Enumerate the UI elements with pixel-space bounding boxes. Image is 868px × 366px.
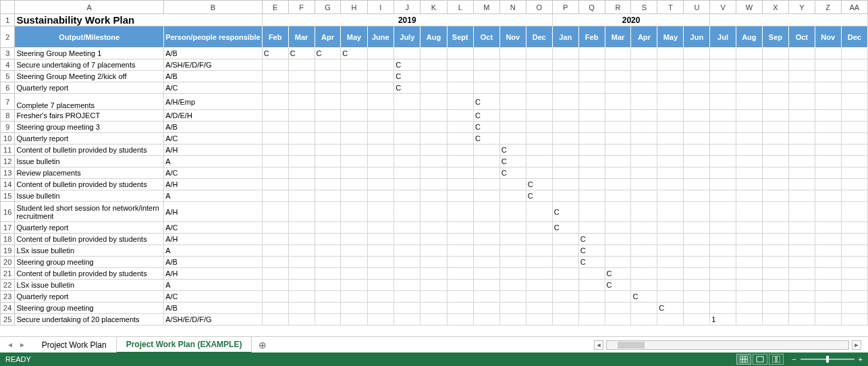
month-cell[interactable] bbox=[474, 145, 500, 156]
row-header[interactable]: 23 bbox=[1, 291, 15, 303]
month-cell[interactable] bbox=[736, 190, 762, 202]
month-cell[interactable] bbox=[815, 82, 841, 94]
month-cell[interactable] bbox=[684, 291, 710, 303]
month-cell[interactable] bbox=[474, 245, 500, 257]
month-cell[interactable] bbox=[315, 303, 341, 314]
month-cell[interactable]: C bbox=[262, 48, 288, 59]
month-cell[interactable] bbox=[474, 48, 500, 59]
month-cell[interactable] bbox=[341, 314, 367, 325]
month-cell[interactable] bbox=[815, 94, 841, 110]
person-cell[interactable]: A/SH/E/D/F/G bbox=[164, 59, 263, 71]
month-cell[interactable] bbox=[367, 59, 394, 71]
row-header[interactable]: 25 bbox=[1, 314, 15, 325]
output-cell[interactable]: Complete 7 placements bbox=[15, 94, 164, 110]
month-cell[interactable] bbox=[762, 314, 788, 325]
month-cell[interactable] bbox=[526, 167, 552, 179]
month-cell[interactable] bbox=[499, 234, 526, 245]
spreadsheet-grid[interactable]: ABEFGHIJKLMNOPQRSTUVWXYZAA 1 Sustainabil… bbox=[0, 0, 868, 336]
month-cell[interactable] bbox=[736, 268, 762, 280]
month-cell[interactable] bbox=[841, 303, 867, 314]
month-cell[interactable] bbox=[367, 190, 394, 202]
month-cell[interactable] bbox=[657, 268, 684, 280]
month-cell[interactable] bbox=[315, 234, 341, 245]
month-cell[interactable] bbox=[684, 167, 710, 179]
person-cell[interactable]: A/H/Emp bbox=[164, 94, 263, 110]
month-cell[interactable] bbox=[552, 167, 578, 179]
month-cell[interactable] bbox=[474, 190, 500, 202]
month-cell[interactable] bbox=[341, 257, 367, 268]
month-cell[interactable] bbox=[288, 190, 315, 202]
month-cell[interactable] bbox=[736, 257, 762, 268]
month-cell[interactable] bbox=[710, 82, 736, 94]
month-cell[interactable] bbox=[262, 234, 288, 245]
month-cell[interactable] bbox=[815, 122, 841, 133]
column-header[interactable]: N bbox=[499, 1, 526, 14]
month-cell[interactable] bbox=[421, 314, 447, 325]
month-cell[interactable] bbox=[788, 156, 815, 167]
month-cell[interactable] bbox=[421, 167, 447, 179]
month-cell[interactable] bbox=[736, 110, 762, 122]
month-cell[interactable] bbox=[315, 59, 341, 71]
row-header[interactable]: 4 bbox=[1, 59, 15, 71]
month-cell[interactable] bbox=[788, 59, 815, 71]
tab-nav-first[interactable]: ◄ bbox=[7, 341, 13, 348]
month-cell[interactable] bbox=[578, 82, 605, 94]
month-cell[interactable] bbox=[288, 303, 315, 314]
month-cell[interactable] bbox=[315, 222, 341, 234]
month-cell[interactable] bbox=[447, 167, 473, 179]
month-cell[interactable] bbox=[526, 59, 552, 71]
output-cell[interactable]: Content of bulletin provided by students bbox=[15, 268, 164, 280]
month-cell[interactable] bbox=[262, 222, 288, 234]
month-cell[interactable] bbox=[815, 268, 841, 280]
month-cell[interactable] bbox=[394, 202, 421, 222]
month-cell[interactable] bbox=[526, 257, 552, 268]
month-cell[interactable] bbox=[367, 303, 394, 314]
month-cell[interactable] bbox=[631, 94, 657, 110]
month-cell[interactable] bbox=[552, 280, 578, 291]
month-cell[interactable] bbox=[262, 59, 288, 71]
month-cell[interactable]: C bbox=[394, 82, 421, 94]
month-cell[interactable] bbox=[762, 82, 788, 94]
sheet-tab-2[interactable]: Project Work Plan (EXAMPLE) bbox=[117, 337, 252, 353]
month-cell[interactable] bbox=[288, 234, 315, 245]
month-cell[interactable] bbox=[262, 245, 288, 257]
row-header[interactable]: 17 bbox=[1, 222, 15, 234]
month-cell[interactable] bbox=[341, 303, 367, 314]
month-cell[interactable] bbox=[736, 71, 762, 82]
output-cell[interactable]: Quarterly report bbox=[15, 222, 164, 234]
month-cell[interactable]: C bbox=[474, 94, 500, 110]
month-cell[interactable] bbox=[710, 245, 736, 257]
month-cell[interactable] bbox=[710, 179, 736, 190]
month-cell[interactable] bbox=[341, 59, 367, 71]
column-header[interactable]: R bbox=[605, 1, 631, 14]
output-cell[interactable]: Secure undertaking of 20 placements bbox=[15, 314, 164, 325]
person-cell[interactable]: A/B bbox=[164, 257, 263, 268]
column-header[interactable]: V bbox=[710, 1, 736, 14]
month-cell[interactable] bbox=[315, 291, 341, 303]
month-cell[interactable] bbox=[710, 222, 736, 234]
month-cell[interactable] bbox=[367, 234, 394, 245]
row-header[interactable]: 16 bbox=[1, 202, 15, 222]
month-cell[interactable] bbox=[447, 179, 473, 190]
month-cell[interactable] bbox=[552, 190, 578, 202]
month-cell[interactable] bbox=[288, 245, 315, 257]
person-cell[interactable]: A/C bbox=[164, 291, 263, 303]
month-cell[interactable] bbox=[367, 179, 394, 190]
month-cell[interactable] bbox=[815, 179, 841, 190]
month-cell[interactable] bbox=[657, 48, 684, 59]
month-cell[interactable] bbox=[788, 280, 815, 291]
month-cell[interactable] bbox=[341, 133, 367, 145]
month-cell[interactable] bbox=[262, 122, 288, 133]
month-cell[interactable] bbox=[815, 59, 841, 71]
month-cell[interactable] bbox=[631, 179, 657, 190]
month-cell[interactable] bbox=[684, 59, 710, 71]
month-cell[interactable] bbox=[447, 303, 473, 314]
month-cell[interactable] bbox=[841, 268, 867, 280]
month-cell[interactable]: C bbox=[499, 145, 526, 156]
month-cell[interactable] bbox=[526, 314, 552, 325]
month-cell[interactable] bbox=[815, 145, 841, 156]
month-cell[interactable] bbox=[841, 202, 867, 222]
column-header[interactable]: T bbox=[657, 1, 684, 14]
month-cell[interactable] bbox=[605, 202, 631, 222]
output-cell[interactable]: Content of bulletin provided by students bbox=[15, 234, 164, 245]
